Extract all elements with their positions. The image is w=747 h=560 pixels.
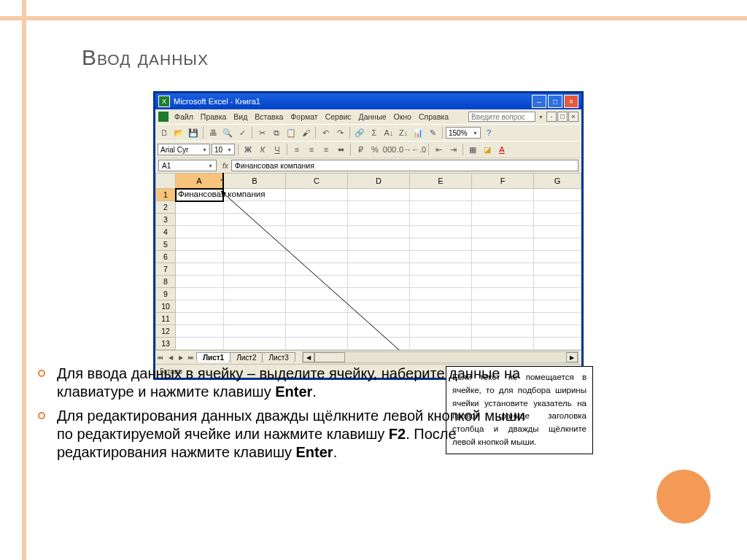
mdi-close[interactable]: × — [568, 112, 578, 122]
cell-f1[interactable] — [472, 189, 534, 201]
merge-icon[interactable]: ⬌ — [334, 143, 347, 156]
row-header-3[interactable]: 3 — [156, 214, 176, 226]
menu-file[interactable]: Файл — [171, 112, 196, 122]
row-header-1[interactable]: 1 — [156, 189, 176, 201]
tab-nav-next[interactable]: ▶ — [176, 352, 186, 362]
scroll-right-icon[interactable]: ▶ — [566, 352, 578, 362]
horizontal-scrollbar[interactable]: ◀ ▶ — [302, 351, 578, 363]
bold-icon[interactable]: Ж — [241, 143, 255, 156]
menu-data[interactable]: Данные — [356, 112, 390, 122]
sheet-tab-2[interactable]: Лист2 — [230, 352, 263, 362]
cell-g1[interactable] — [534, 189, 581, 201]
cell-d1[interactable] — [348, 189, 410, 201]
autosum-icon[interactable]: Σ — [368, 126, 381, 139]
cell-e1[interactable] — [410, 189, 472, 201]
row-header-5[interactable]: 5 — [156, 238, 176, 251]
hyperlink-icon[interactable]: 🔗 — [353, 126, 366, 139]
percent-icon[interactable]: % — [368, 143, 382, 156]
currency-icon[interactable]: ₽ — [354, 143, 367, 156]
inc-decimal-icon[interactable]: .0→ — [398, 143, 411, 156]
worksheet-grid[interactable]: A ↔ B C D E F G 1 Финансовая компания — [155, 173, 581, 350]
help-icon[interactable]: ? — [482, 126, 495, 139]
titlebar[interactable]: X Microsoft Excel - Книга1 – □ × — [155, 93, 581, 109]
sort-desc-icon[interactable]: Z↓ — [397, 126, 410, 139]
col-header-g[interactable]: G — [534, 174, 581, 189]
tab-nav-last[interactable]: ⏭ — [186, 352, 196, 362]
close-button[interactable]: × — [564, 95, 578, 108]
align-right-icon[interactable]: ≡ — [320, 143, 333, 156]
menu-view[interactable]: Вид — [231, 112, 250, 122]
chart-icon[interactable]: 📊 — [411, 126, 425, 139]
align-center-icon[interactable]: ≡ — [305, 143, 318, 156]
italic-icon[interactable]: К — [256, 143, 269, 156]
underline-icon[interactable]: Ч — [271, 143, 284, 156]
print-icon[interactable]: 🖶 — [206, 126, 220, 139]
sheet-tab-3[interactable]: Лист3 — [262, 352, 295, 362]
excel-icon: X — [158, 96, 170, 107]
dec-decimal-icon[interactable]: ←.0 — [412, 143, 425, 156]
menu-insert[interactable]: Вставка — [252, 112, 286, 122]
formula-input[interactable]: Финансовая компания — [231, 160, 578, 171]
menu-window[interactable]: Окно — [391, 112, 414, 122]
align-left-icon[interactable]: ≡ — [290, 143, 303, 156]
col-header-c[interactable]: C — [286, 174, 348, 189]
undo-icon[interactable]: ↶ — [319, 126, 332, 139]
row-header-7[interactable]: 7 — [156, 263, 176, 276]
col-header-b[interactable]: B — [223, 174, 286, 189]
row-header-4[interactable]: 4 — [156, 226, 176, 238]
fx-label[interactable]: fx — [220, 162, 231, 170]
sheet-tab-1[interactable]: Лист1 — [196, 352, 231, 362]
col-header-e[interactable]: E — [410, 174, 472, 189]
inc-indent-icon[interactable]: ⇥ — [446, 143, 460, 156]
cell-a1[interactable]: Финансовая компания — [176, 189, 224, 201]
menu-format[interactable]: Формат — [287, 112, 320, 122]
row-header-9[interactable]: 9 — [156, 288, 176, 300]
excel-window: X Microsoft Excel - Книга1 – □ × Файл Пр… — [153, 91, 584, 380]
save-icon[interactable]: 💾 — [187, 126, 200, 139]
format-painter-icon[interactable]: 🖌 — [299, 126, 312, 139]
tab-nav-first[interactable]: ⏮ — [155, 352, 166, 362]
cut-icon[interactable]: ✂ — [255, 126, 268, 139]
cell-c1[interactable] — [286, 189, 348, 201]
menu-help[interactable]: Справка — [416, 112, 452, 122]
border-icon[interactable]: ▦ — [466, 143, 479, 156]
row-header-11[interactable]: 11 — [156, 313, 176, 325]
scroll-thumb[interactable] — [314, 352, 345, 362]
row-header-12[interactable]: 12 — [156, 325, 176, 338]
paste-icon[interactable]: 📋 — [285, 126, 298, 139]
drawing-icon[interactable]: ✎ — [426, 126, 439, 139]
preview-icon[interactable]: 🔍 — [221, 126, 234, 139]
minimize-button[interactable]: – — [532, 95, 546, 108]
scroll-left-icon[interactable]: ◀ — [303, 352, 314, 362]
mdi-restore[interactable]: □ — [557, 112, 568, 122]
fill-color-icon[interactable]: ◪ — [481, 143, 494, 156]
zoom-select[interactable]: 150% ▼ — [446, 127, 481, 139]
menu-tools[interactable]: Сервис — [322, 112, 355, 122]
new-icon[interactable]: 🗋 — [158, 126, 171, 139]
name-box[interactable]: A1 ▼ — [158, 160, 217, 171]
copy-icon[interactable]: ⧉ — [270, 126, 283, 139]
font-select[interactable]: Arial Cyr ▼ — [158, 144, 210, 155]
maximize-button[interactable]: □ — [548, 95, 562, 108]
col-header-f[interactable]: F — [472, 174, 534, 189]
open-icon[interactable]: 📂 — [172, 126, 185, 139]
font-size-select[interactable]: 10 ▼ — [212, 144, 235, 155]
spell-icon[interactable]: ✓ — [236, 126, 249, 139]
select-all-corner[interactable] — [156, 174, 176, 189]
row-header-8[interactable]: 8 — [156, 276, 176, 288]
row-header-6[interactable]: 6 — [156, 251, 176, 263]
col-header-a[interactable]: A ↔ — [176, 174, 224, 189]
redo-icon[interactable]: ↷ — [333, 126, 347, 139]
comma-icon[interactable]: 000 — [383, 143, 396, 156]
col-header-d[interactable]: D — [348, 174, 410, 189]
font-color-icon[interactable]: A — [495, 143, 508, 156]
tab-nav-prev[interactable]: ◀ — [166, 352, 176, 362]
row-header-2[interactable]: 2 — [156, 201, 176, 214]
help-question-input[interactable] — [468, 112, 535, 122]
sort-asc-icon[interactable]: A↓ — [382, 126, 395, 139]
menu-edit[interactable]: Правка — [198, 112, 229, 122]
row-header-13[interactable]: 13 — [156, 338, 176, 350]
dec-indent-icon[interactable]: ⇤ — [432, 143, 445, 156]
mdi-min[interactable]: - — [546, 112, 557, 122]
row-header-10[interactable]: 10 — [156, 300, 176, 313]
